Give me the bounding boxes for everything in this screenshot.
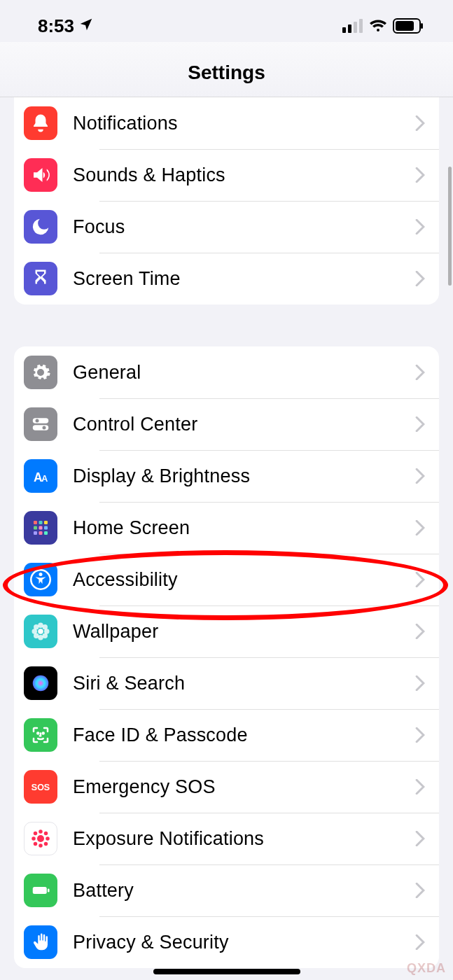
svg-point-41 (47, 838, 49, 840)
chevron-right-icon (415, 676, 425, 691)
svg-rect-14 (39, 521, 43, 524)
switches-icon (24, 407, 57, 441)
status-bar: 8:53 (0, 0, 453, 42)
svg-point-37 (37, 835, 44, 842)
chevron-right-icon (415, 934, 425, 950)
svg-point-8 (36, 419, 39, 423)
svg-point-40 (33, 838, 35, 840)
faceid-icon (24, 718, 57, 752)
row-label: Notifications (73, 113, 415, 134)
row-label: Exposure Notifications (73, 828, 415, 850)
svg-rect-47 (48, 889, 50, 892)
row-label: Wallpaper (73, 621, 415, 643)
chevron-right-icon (415, 727, 425, 743)
row-control-center[interactable]: Control Center (14, 398, 439, 450)
svg-point-24 (38, 629, 43, 634)
svg-point-44 (34, 843, 36, 845)
row-exposure-notifications[interactable]: Exposure Notifications (14, 813, 439, 864)
battery-icon (24, 874, 57, 907)
row-label: Battery (73, 880, 415, 902)
svg-rect-1 (348, 24, 351, 33)
row-notifications[interactable]: Notifications (14, 97, 439, 149)
location-arrow-icon (78, 15, 94, 37)
svg-point-39 (40, 845, 42, 847)
row-label: Screen Time (73, 268, 415, 290)
row-label: Face ID & Passcode (73, 724, 415, 746)
row-screen-time[interactable]: Screen Time (14, 253, 439, 304)
svg-point-32 (43, 634, 48, 639)
row-label: Accessibility (73, 569, 415, 591)
svg-rect-9 (33, 425, 49, 430)
hourglass-icon (24, 262, 57, 295)
svg-point-45 (45, 843, 47, 845)
status-left: 8:53 (38, 15, 94, 37)
row-emergency-sos[interactable]: SOS Emergency SOS (14, 761, 439, 813)
siri-icon (24, 666, 57, 700)
moon-icon (24, 210, 57, 244)
cellular-signal-icon (342, 19, 363, 33)
apps-grid-icon (24, 511, 57, 545)
row-focus[interactable]: Focus (14, 201, 439, 253)
status-right (342, 18, 424, 34)
battery-icon (393, 18, 424, 34)
svg-rect-17 (39, 526, 43, 530)
svg-rect-6 (421, 23, 423, 29)
row-general[interactable]: General (14, 346, 439, 398)
svg-rect-18 (44, 526, 48, 530)
chevron-right-icon (415, 365, 425, 380)
row-home-screen[interactable]: Home Screen (14, 502, 439, 554)
row-label: Sounds & Haptics (73, 164, 415, 186)
chevron-right-icon (415, 831, 425, 846)
chevron-right-icon (415, 167, 425, 183)
svg-point-42 (34, 832, 36, 834)
svg-point-31 (34, 634, 39, 639)
row-label: Control Center (73, 414, 415, 435)
row-privacy-security[interactable]: Privacy & Security (14, 916, 439, 968)
svg-point-34 (37, 733, 39, 734)
svg-text:A: A (41, 474, 48, 484)
row-battery[interactable]: Battery (14, 864, 439, 916)
row-accessibility[interactable]: Accessibility (14, 554, 439, 606)
chevron-right-icon (415, 115, 425, 131)
chevron-right-icon (415, 520, 425, 536)
row-label: Home Screen (73, 517, 415, 539)
scroll-indicator (448, 167, 452, 286)
bell-icon (24, 106, 57, 140)
row-label: Privacy & Security (73, 932, 415, 953)
svg-rect-0 (342, 27, 346, 33)
row-label: Display & Brightness (73, 465, 415, 487)
chevron-right-icon (415, 416, 425, 432)
svg-point-35 (43, 733, 44, 734)
svg-rect-46 (33, 887, 47, 894)
svg-rect-16 (34, 526, 37, 530)
home-indicator (153, 969, 300, 974)
aa-icon: AA (24, 459, 57, 493)
row-faceid-passcode[interactable]: Face ID & Passcode (14, 709, 439, 761)
chevron-right-icon (415, 271, 425, 286)
accessibility-icon (24, 563, 57, 596)
svg-rect-13 (34, 521, 37, 524)
nav-bar: Settings (0, 42, 453, 97)
row-label: Emergency SOS (73, 776, 415, 798)
speaker-icon (24, 158, 57, 192)
chevron-right-icon (415, 624, 425, 639)
svg-point-43 (45, 832, 47, 834)
flower-icon (24, 615, 57, 648)
row-wallpaper[interactable]: Wallpaper (14, 606, 439, 657)
page-title: Settings (0, 62, 453, 84)
svg-rect-19 (34, 531, 37, 535)
wifi-icon (369, 19, 387, 33)
svg-point-23 (39, 573, 43, 576)
settings-group-sounds: Notifications Sounds & Haptics Focus Scr… (14, 97, 439, 304)
row-label: Focus (73, 216, 415, 238)
row-sounds-haptics[interactable]: Sounds & Haptics (14, 149, 439, 201)
svg-rect-2 (354, 22, 357, 33)
svg-point-10 (43, 426, 46, 430)
svg-rect-21 (44, 531, 48, 535)
row-display-brightness[interactable]: AA Display & Brightness (14, 450, 439, 502)
row-siri-search[interactable]: Siri & Search (14, 657, 439, 709)
svg-point-38 (40, 831, 42, 833)
chevron-right-icon (415, 572, 425, 587)
chevron-right-icon (415, 219, 425, 234)
chevron-right-icon (415, 779, 425, 794)
